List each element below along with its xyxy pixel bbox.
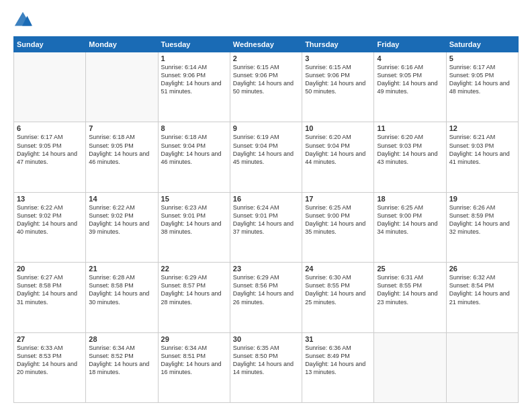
week-row-2: 6Sunrise: 6:17 AM Sunset: 9:05 PM Daylig… (14, 122, 519, 192)
calendar-cell: 2Sunrise: 6:15 AM Sunset: 9:06 PM Daylig… (230, 52, 302, 122)
calendar-cell: 30Sunrise: 6:35 AM Sunset: 8:50 PM Dayli… (230, 332, 302, 402)
calendar-cell: 7Sunrise: 6:18 AM Sunset: 9:05 PM Daylig… (86, 122, 158, 192)
cell-info: Sunrise: 6:31 AM Sunset: 8:55 PM Dayligh… (377, 273, 443, 306)
header (13, 11, 519, 30)
week-row-3: 13Sunrise: 6:22 AM Sunset: 9:02 PM Dayli… (14, 192, 519, 262)
cell-info: Sunrise: 6:22 AM Sunset: 9:02 PM Dayligh… (17, 203, 83, 236)
day-number: 28 (89, 335, 154, 343)
day-number: 22 (161, 265, 227, 273)
calendar-cell: 12Sunrise: 6:21 AM Sunset: 9:03 PM Dayli… (446, 122, 518, 192)
day-number: 9 (233, 124, 299, 132)
day-number: 23 (233, 265, 299, 273)
cell-info: Sunrise: 6:34 AM Sunset: 8:52 PM Dayligh… (89, 344, 154, 377)
calendar-cell: 26Sunrise: 6:32 AM Sunset: 8:54 PM Dayli… (446, 263, 518, 332)
calendar-cell: 10Sunrise: 6:20 AM Sunset: 9:04 PM Dayli… (302, 122, 374, 192)
cell-info: Sunrise: 6:15 AM Sunset: 9:06 PM Dayligh… (305, 63, 371, 96)
day-number: 10 (305, 124, 371, 132)
day-number: 2 (233, 54, 299, 62)
day-number: 26 (449, 265, 515, 273)
calendar-cell: 14Sunrise: 6:22 AM Sunset: 9:02 PM Dayli… (86, 192, 158, 262)
calendar-cell: 4Sunrise: 6:16 AM Sunset: 9:05 PM Daylig… (374, 52, 446, 122)
day-number: 7 (89, 124, 154, 132)
day-number: 27 (17, 335, 83, 343)
day-number: 31 (305, 335, 371, 343)
day-number: 21 (89, 265, 154, 273)
cell-info: Sunrise: 6:18 AM Sunset: 9:04 PM Dayligh… (161, 133, 227, 166)
day-number: 4 (377, 54, 443, 62)
calendar-cell (86, 52, 158, 122)
calendar-cell: 25Sunrise: 6:31 AM Sunset: 8:55 PM Dayli… (374, 263, 446, 332)
cell-info: Sunrise: 6:29 AM Sunset: 8:56 PM Dayligh… (233, 273, 299, 306)
day-number: 24 (305, 265, 371, 273)
calendar-cell (14, 52, 86, 122)
logo (13, 11, 35, 30)
calendar-cell: 15Sunrise: 6:23 AM Sunset: 9:01 PM Dayli… (158, 192, 230, 262)
cell-info: Sunrise: 6:21 AM Sunset: 9:03 PM Dayligh… (449, 133, 515, 166)
cell-info: Sunrise: 6:17 AM Sunset: 9:05 PM Dayligh… (449, 63, 515, 96)
cell-info: Sunrise: 6:34 AM Sunset: 8:51 PM Dayligh… (161, 344, 227, 377)
cell-info: Sunrise: 6:19 AM Sunset: 9:04 PM Dayligh… (233, 133, 299, 166)
day-number: 29 (161, 335, 227, 343)
day-number: 25 (377, 265, 443, 273)
day-number: 1 (161, 54, 227, 62)
cell-info: Sunrise: 6:35 AM Sunset: 8:50 PM Dayligh… (233, 344, 299, 377)
day-number: 16 (233, 195, 299, 203)
calendar-cell: 31Sunrise: 6:36 AM Sunset: 8:49 PM Dayli… (302, 332, 374, 402)
day-number: 20 (17, 265, 83, 273)
weekday-header-saturday: Saturday (446, 37, 518, 52)
cell-info: Sunrise: 6:29 AM Sunset: 8:57 PM Dayligh… (161, 273, 227, 306)
day-number: 11 (377, 124, 443, 132)
cell-info: Sunrise: 6:25 AM Sunset: 9:00 PM Dayligh… (305, 203, 371, 236)
calendar-cell: 23Sunrise: 6:29 AM Sunset: 8:56 PM Dayli… (230, 263, 302, 332)
calendar-cell (374, 332, 446, 402)
cell-info: Sunrise: 6:15 AM Sunset: 9:06 PM Dayligh… (233, 63, 299, 96)
calendar-cell: 11Sunrise: 6:20 AM Sunset: 9:03 PM Dayli… (374, 122, 446, 192)
calendar-table: SundayMondayTuesdayWednesdayThursdayFrid… (13, 36, 519, 403)
week-row-5: 27Sunrise: 6:33 AM Sunset: 8:53 PM Dayli… (14, 332, 519, 402)
day-number: 3 (305, 54, 371, 62)
calendar-cell: 8Sunrise: 6:18 AM Sunset: 9:04 PM Daylig… (158, 122, 230, 192)
cell-info: Sunrise: 6:23 AM Sunset: 9:01 PM Dayligh… (161, 203, 227, 236)
calendar-cell: 16Sunrise: 6:24 AM Sunset: 9:01 PM Dayli… (230, 192, 302, 262)
cell-info: Sunrise: 6:20 AM Sunset: 9:03 PM Dayligh… (377, 133, 443, 166)
cell-info: Sunrise: 6:22 AM Sunset: 9:02 PM Dayligh… (89, 203, 154, 236)
cell-info: Sunrise: 6:28 AM Sunset: 8:58 PM Dayligh… (89, 273, 154, 306)
cell-info: Sunrise: 6:16 AM Sunset: 9:05 PM Dayligh… (377, 63, 443, 96)
weekday-header-wednesday: Wednesday (230, 37, 302, 52)
day-number: 6 (17, 124, 83, 132)
calendar-cell: 29Sunrise: 6:34 AM Sunset: 8:51 PM Dayli… (158, 332, 230, 402)
cell-info: Sunrise: 6:24 AM Sunset: 9:01 PM Dayligh… (233, 203, 299, 236)
week-row-1: 1Sunrise: 6:14 AM Sunset: 9:06 PM Daylig… (14, 52, 519, 122)
calendar-body: 1Sunrise: 6:14 AM Sunset: 9:06 PM Daylig… (14, 52, 519, 403)
calendar-cell: 20Sunrise: 6:27 AM Sunset: 8:58 PM Dayli… (14, 263, 86, 332)
cell-info: Sunrise: 6:33 AM Sunset: 8:53 PM Dayligh… (17, 344, 83, 377)
day-number: 17 (305, 195, 371, 203)
calendar-cell: 1Sunrise: 6:14 AM Sunset: 9:06 PM Daylig… (158, 52, 230, 122)
cell-info: Sunrise: 6:26 AM Sunset: 8:59 PM Dayligh… (449, 203, 515, 236)
weekday-header-row: SundayMondayTuesdayWednesdayThursdayFrid… (14, 37, 519, 52)
cell-info: Sunrise: 6:14 AM Sunset: 9:06 PM Dayligh… (161, 63, 227, 96)
day-number: 14 (89, 195, 154, 203)
cell-info: Sunrise: 6:17 AM Sunset: 9:05 PM Dayligh… (17, 133, 83, 166)
cell-info: Sunrise: 6:18 AM Sunset: 9:05 PM Dayligh… (89, 133, 154, 166)
weekday-header-tuesday: Tuesday (158, 37, 230, 52)
page: SundayMondayTuesdayWednesdayThursdayFrid… (0, 0, 532, 411)
calendar-cell: 21Sunrise: 6:28 AM Sunset: 8:58 PM Dayli… (86, 263, 158, 332)
day-number: 5 (449, 54, 515, 62)
cell-info: Sunrise: 6:20 AM Sunset: 9:04 PM Dayligh… (305, 133, 371, 166)
calendar-cell: 6Sunrise: 6:17 AM Sunset: 9:05 PM Daylig… (14, 122, 86, 192)
day-number: 13 (17, 195, 83, 203)
day-number: 15 (161, 195, 227, 203)
day-number: 18 (377, 195, 443, 203)
weekday-header-friday: Friday (374, 37, 446, 52)
calendar-cell: 27Sunrise: 6:33 AM Sunset: 8:53 PM Dayli… (14, 332, 86, 402)
calendar-cell: 22Sunrise: 6:29 AM Sunset: 8:57 PM Dayli… (158, 263, 230, 332)
calendar-cell: 3Sunrise: 6:15 AM Sunset: 9:06 PM Daylig… (302, 52, 374, 122)
calendar-cell: 19Sunrise: 6:26 AM Sunset: 8:59 PM Dayli… (446, 192, 518, 262)
weekday-header-sunday: Sunday (14, 37, 86, 52)
calendar-cell: 9Sunrise: 6:19 AM Sunset: 9:04 PM Daylig… (230, 122, 302, 192)
day-number: 30 (233, 335, 299, 343)
weekday-header-thursday: Thursday (302, 37, 374, 52)
cell-info: Sunrise: 6:32 AM Sunset: 8:54 PM Dayligh… (449, 273, 515, 306)
cell-info: Sunrise: 6:25 AM Sunset: 9:00 PM Dayligh… (377, 203, 443, 236)
